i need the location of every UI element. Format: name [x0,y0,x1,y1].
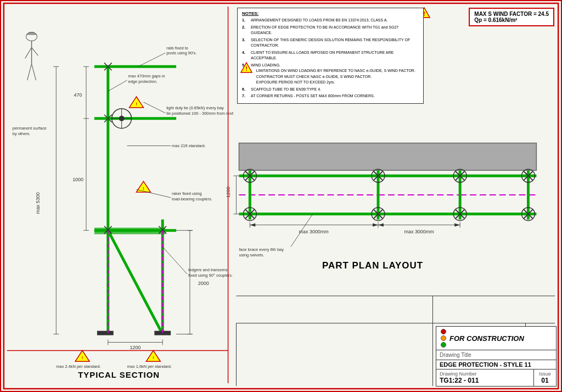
svg-text:1200: 1200 [130,345,141,350]
svg-text:!: ! [245,65,248,72]
for-construction-text: FOR CONSTRUCTION [449,334,524,343]
svg-marker-118 [373,223,378,227]
svg-text:permanent surface: permanent surface [13,126,47,131]
notes-list: 1.ARRANGEMENT DESIGNED TO LOADS FROM BS … [242,18,419,99]
svg-text:using swivels.: using swivels. [239,253,264,257]
svg-line-3 [25,48,32,59]
main-container: 470 1000 2000 max 5300 1200 [0,0,562,392]
note-4: 4.CLIENT TO ENSURE ALL LOADS IMPOSED ON … [242,50,419,61]
note-6: 6.SCAFFOLD TUBE TO BE EN39:TYPE 4. [242,87,419,93]
svg-text:max 3000mm: max 3000mm [299,229,329,234]
svg-line-50 [138,53,165,66]
note-1: 1.ARRANGEMENT DESIGNED TO LOADS FROM BS … [242,18,419,24]
notes-warning-triangle: ! [240,61,252,76]
svg-text:ledgers and transoms: ledgers and transoms [188,267,228,272]
svg-line-47 [108,80,127,91]
tl-red-dot [441,329,446,334]
note-3: 3.SELECTION OF THIS GENERIC DESIGN SOLUT… [242,37,419,49]
svg-text:!: ! [136,102,137,107]
svg-line-5 [27,64,32,80]
svg-text:by others.: by others. [13,131,31,136]
for-construction-block: FOR CONSTRUCTION [436,327,556,350]
svg-text:fixed using 90° couplers.: fixed using 90° couplers. [188,273,233,278]
note-5: 5.WIND LOADING. LIMITATIONS ON WIND LOAD… [242,63,419,86]
svg-text:max 21ft standard.: max 21ft standard. [172,143,206,148]
svg-text:470: 470 [74,92,82,98]
svg-line-6 [32,64,36,80]
svg-marker-123 [378,223,384,227]
drawing-number-row: Drawing Number TG1:22 - 011 Issue 01 [436,369,556,386]
svg-text:TYPICAL SECTION: TYPICAL SECTION [78,371,160,379]
note-7: 7.AT CORNER RETURNS - POSTS SET MAX 800m… [242,93,419,99]
drawing-number-label: Drawing Number [440,371,530,377]
svg-text:max 470mm gaps in: max 470mm gaps in [128,74,165,79]
traffic-light [441,329,446,348]
notes-box: NOTES: 1.ARRANGEMENT DESIGNED TO LOADS F… [237,8,424,104]
svg-text:!: ! [153,355,154,360]
svg-text:!: ! [82,355,83,360]
svg-text:!: ! [143,186,144,191]
tl-amber-dot [441,335,446,341]
svg-text:max 5300: max 5300 [35,192,41,214]
svg-line-12 [108,231,162,334]
svg-text:2000: 2000 [198,281,209,286]
svg-rect-80 [239,143,536,171]
note-2: 2.ERECTION OF EDGE PROTECTION TO BE IN A… [242,25,419,36]
svg-text:load-bearing couplers.: load-bearing couplers. [172,197,212,201]
wind-factor-sublabel: Qp = 0.616kN/m² [474,17,549,23]
svg-line-67 [162,247,187,274]
svg-line-64 [136,189,171,198]
wind-factor-box: MAX S WIND FACTOR = 24.5 Qp = 0.616kN/m² [469,8,554,26]
svg-line-55 [143,102,165,113]
svg-text:posts using 90's.: posts using 90's. [166,51,196,55]
drawing-number-col: Drawing Number TG1:22 - 011 [436,369,534,386]
drawing-number-value: TG1:22 - 011 [440,377,530,384]
svg-text:raker fixed using: raker fixed using [172,191,202,196]
issue-col: Issue 01 [534,369,556,386]
svg-text:PART PLAN LAYOUT: PART PLAN LAYOUT [322,260,423,271]
issue-label: Issue [537,371,553,377]
svg-text:1000: 1000 [72,177,83,182]
svg-text:edge protection.: edge protection. [128,79,158,84]
svg-text:max 3000mm: max 3000mm [404,229,434,234]
svg-marker-122 [454,223,460,227]
svg-line-4 [32,48,38,56]
notes-title: NOTES: [242,11,419,16]
svg-text:tie positioned 100 - 300mm fro: tie positioned 100 - 300mm from roof. [166,111,234,116]
drawing-title-label: Drawing Title [436,350,556,360]
wind-factor-label: MAX S WIND FACTOR = 24.5 [474,11,549,17]
svg-text:face brace every 6th bay: face brace every 6th bay [239,247,284,252]
title-block: FOR CONSTRUCTION Drawing Title EDGE PROT… [436,326,557,387]
svg-text:rails fixed to: rails fixed to [166,46,188,51]
svg-text:light duty tie (0.85kN) every : light duty tie (0.85kN) every bay [166,105,224,110]
svg-text:max 1.6kN per standard.: max 1.6kN per standard. [127,364,172,369]
svg-marker-117 [250,223,255,227]
svg-text:max 2.4kN per standard.: max 2.4kN per standard. [56,364,100,369]
drawing-title-value: EDGE PROTECTION - STYLE 11 [436,360,556,369]
issue-value: 01 [537,377,553,384]
tl-green-dot [441,342,446,348]
svg-rect-14 [97,331,114,335]
